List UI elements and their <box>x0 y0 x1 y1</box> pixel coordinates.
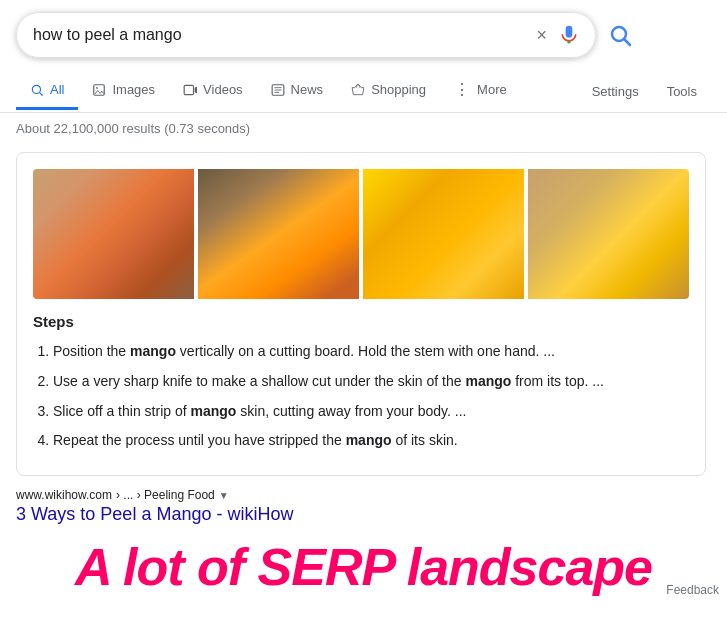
search-bar-area: how to peel a mango × <box>0 0 727 70</box>
image-strip <box>33 169 689 299</box>
mango-image-4 <box>528 169 689 299</box>
tab-news[interactable]: News <box>257 72 338 110</box>
news-icon <box>271 83 285 97</box>
bold-mango-1: mango <box>130 343 176 359</box>
bold-mango-3: mango <box>190 403 236 419</box>
videos-icon <box>183 83 197 97</box>
tab-more-label: More <box>477 82 507 97</box>
snippet-card: Steps Position the mango vertically on a… <box>16 152 706 476</box>
bold-mango-2: mango <box>465 373 511 389</box>
tab-all-label: All <box>50 82 64 97</box>
list-item: Repeat the process until you have stripp… <box>53 429 689 453</box>
source-breadcrumb: › ... › Peeling Food <box>116 488 215 502</box>
images-icon <box>92 83 106 97</box>
tab-shopping[interactable]: Shopping <box>337 72 440 110</box>
search-icon <box>608 23 632 47</box>
serp-watermark: A lot of SERP landscape <box>0 529 727 601</box>
mango-image-2 <box>198 169 359 299</box>
source-area: www.wikihow.com › ... › Peeling Food ▼ 3… <box>16 488 711 525</box>
search-button[interactable] <box>608 23 632 47</box>
nav-tabs: All Images Videos News Shopping ⋮ <box>0 70 727 113</box>
tab-shopping-label: Shopping <box>371 82 426 97</box>
tools-button[interactable]: Tools <box>653 74 711 109</box>
list-item: Use a very sharp knife to make a shallow… <box>53 370 689 394</box>
settings-button[interactable]: Settings <box>578 74 653 109</box>
mango-image-1 <box>33 169 194 299</box>
results-count: About 22,100,000 results (0.73 seconds) <box>0 113 727 144</box>
svg-rect-7 <box>184 85 193 94</box>
svg-line-2 <box>625 40 631 46</box>
bold-mango-4: mango <box>346 432 392 448</box>
search-box: how to peel a mango × <box>16 12 596 58</box>
tab-all[interactable]: All <box>16 72 78 110</box>
result-link[interactable]: 3 Ways to Peel a Mango - wikiHow <box>16 504 711 525</box>
nav-right: Settings Tools <box>578 74 711 109</box>
svg-marker-8 <box>195 86 197 93</box>
list-item: Slice off a thin strip of mango skin, cu… <box>53 400 689 424</box>
clear-icon[interactable]: × <box>536 25 547 46</box>
search-icons: × <box>536 25 579 46</box>
mango-image-3 <box>363 169 524 299</box>
source-domain: www.wikihow.com <box>16 488 112 502</box>
feedback-area: A lot of SERP landscape Feedback <box>0 529 727 601</box>
steps-list: Position the mango vertically on a cutti… <box>33 340 689 453</box>
all-icon <box>30 83 44 97</box>
shopping-icon <box>351 83 365 97</box>
feedback-button[interactable]: Feedback <box>658 579 727 601</box>
more-dots-icon: ⋮ <box>454 80 471 99</box>
tab-videos-label: Videos <box>203 82 243 97</box>
tab-images[interactable]: Images <box>78 72 169 110</box>
tab-news-label: News <box>291 82 324 97</box>
svg-point-6 <box>97 87 99 89</box>
mic-icon[interactable] <box>559 25 579 45</box>
svg-line-4 <box>40 92 43 95</box>
search-input[interactable]: how to peel a mango <box>33 26 536 44</box>
steps-title: Steps <box>33 313 689 330</box>
svg-rect-0 <box>567 41 570 44</box>
tab-images-label: Images <box>112 82 155 97</box>
chevron-down-icon[interactable]: ▼ <box>219 490 229 501</box>
tab-more[interactable]: ⋮ More <box>440 70 521 112</box>
source-url: www.wikihow.com › ... › Peeling Food ▼ <box>16 488 711 502</box>
microphone-svg <box>559 25 579 45</box>
list-item: Position the mango vertically on a cutti… <box>53 340 689 364</box>
tab-videos[interactable]: Videos <box>169 72 257 110</box>
